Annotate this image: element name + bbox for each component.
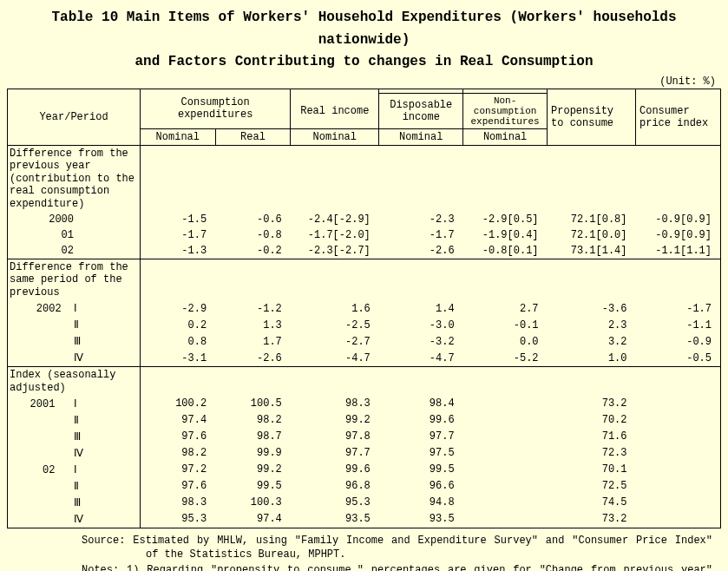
cell: 99.2 xyxy=(291,412,379,429)
cell xyxy=(636,429,721,445)
col-cpi: Consumer price index xyxy=(636,89,721,145)
cell: -1.1 xyxy=(636,317,721,333)
cell: -0.9[0.9] xyxy=(636,227,721,243)
cell: -3.1 xyxy=(140,350,215,367)
cell: -2.7 xyxy=(291,333,379,350)
cell: -0.2 xyxy=(215,243,291,259)
cell xyxy=(636,462,721,478)
cell: 97.6 xyxy=(140,429,215,445)
cell: 1.0 xyxy=(548,350,636,367)
col-year-period: Year/Period xyxy=(8,89,141,145)
cell: 73.2 xyxy=(548,511,636,528)
col-propensity: Propensity to consume xyxy=(548,89,636,145)
row-label: Ⅲ xyxy=(8,333,141,350)
cell: -1.2 xyxy=(215,300,291,317)
cell: 70.1 xyxy=(548,462,636,478)
sub-nominal-1: Nominal xyxy=(140,129,215,146)
cell: 99.2 xyxy=(215,462,291,478)
unit-label: (Unit: %) xyxy=(7,75,716,88)
title-line-2: and Factors Contributing to changes in R… xyxy=(134,54,593,69)
cell: 100.2 xyxy=(140,396,215,412)
cell: 99.5 xyxy=(215,478,291,495)
cell: -0.8[0.1] xyxy=(463,243,548,259)
cell: 98.2 xyxy=(140,445,215,462)
cell: 94.8 xyxy=(379,495,463,511)
cell: 95.3 xyxy=(140,511,215,528)
row-label: Ⅳ xyxy=(8,445,141,462)
sub-nominal-2: Nominal xyxy=(291,129,379,146)
row-label: Ⅲ xyxy=(8,495,141,511)
cell: -3.6 xyxy=(548,300,636,317)
cell xyxy=(463,396,548,412)
cell: 72.1[0.8] xyxy=(548,212,636,227)
sub-real: Real xyxy=(215,129,291,146)
col-disposable: Disposable income xyxy=(379,93,463,128)
cell: 99.9 xyxy=(215,445,291,462)
cell: -2.3[-2.7] xyxy=(291,243,379,259)
cell: -1.3 xyxy=(140,243,215,259)
cell: 72.1[0.0] xyxy=(548,227,636,243)
cell: 97.4 xyxy=(215,511,291,528)
cell: -1.7[-2.0] xyxy=(291,227,379,243)
cell xyxy=(636,412,721,429)
cell: -2.9[0.5] xyxy=(463,212,548,227)
cell: 73.2 xyxy=(548,396,636,412)
sub-nominal-4: Nominal xyxy=(463,129,548,146)
cell: 98.3 xyxy=(291,396,379,412)
row-label: 2002 Ⅰ xyxy=(8,300,141,317)
cell: 98.7 xyxy=(215,429,291,445)
cell: -1.7 xyxy=(636,300,721,317)
cell: -4.7 xyxy=(291,350,379,367)
cell: 0.8 xyxy=(140,333,215,350)
cell: 1.4 xyxy=(379,300,463,317)
cell: -2.6 xyxy=(379,243,463,259)
cell: -0.5 xyxy=(636,350,721,367)
cell: 0.0 xyxy=(463,333,548,350)
cell: 99.6 xyxy=(379,412,463,429)
cell: 100.5 xyxy=(215,396,291,412)
row-label: 2001 Ⅰ xyxy=(8,396,141,412)
row-label: 02 xyxy=(8,243,141,259)
cell: -0.8 xyxy=(215,227,291,243)
cell xyxy=(636,478,721,495)
cell xyxy=(463,445,548,462)
cell: 2.7 xyxy=(463,300,548,317)
cell: 0.2 xyxy=(140,317,215,333)
cell xyxy=(636,511,721,528)
cell: 93.5 xyxy=(379,511,463,528)
cell: 96.6 xyxy=(379,478,463,495)
col-real-income: Real income xyxy=(291,93,379,128)
cell xyxy=(463,412,548,429)
cell: -3.0 xyxy=(379,317,463,333)
row-label: 01 xyxy=(8,227,141,243)
row-label: Ⅳ xyxy=(8,511,141,528)
cell: 96.8 xyxy=(291,478,379,495)
cell: 97.8 xyxy=(291,429,379,445)
cell: -4.7 xyxy=(379,350,463,367)
row-label: 2000 xyxy=(8,212,141,227)
title-line-1: Table 10 Main Items of Workers' Househol… xyxy=(51,10,676,48)
cell: 98.3 xyxy=(140,495,215,511)
cell: -1.5 xyxy=(140,212,215,227)
cell: 71.6 xyxy=(548,429,636,445)
cell: -2.9 xyxy=(140,300,215,317)
cell: -1.9[0.4] xyxy=(463,227,548,243)
sub-nominal-3: Nominal xyxy=(379,129,463,146)
cell: 1.3 xyxy=(215,317,291,333)
cell: -1.7 xyxy=(140,227,215,243)
cell xyxy=(463,462,548,478)
cell xyxy=(636,495,721,511)
row-label: Ⅳ xyxy=(8,350,141,367)
source-note: Source: Estimated by MHLW, using "Family… xyxy=(82,534,712,561)
row-label: Ⅱ xyxy=(8,412,141,429)
cell: -0.9[0.9] xyxy=(636,212,721,227)
cell: -2.4[-2.9] xyxy=(291,212,379,227)
cell: -1.7 xyxy=(379,227,463,243)
cell: -0.9 xyxy=(636,333,721,350)
cell: 98.4 xyxy=(379,396,463,412)
cell: -5.2 xyxy=(463,350,548,367)
cell: 97.7 xyxy=(291,445,379,462)
cell xyxy=(636,396,721,412)
cell: 72.5 xyxy=(548,478,636,495)
col-nonconsumption: Non-consumption expenditures xyxy=(463,93,548,128)
